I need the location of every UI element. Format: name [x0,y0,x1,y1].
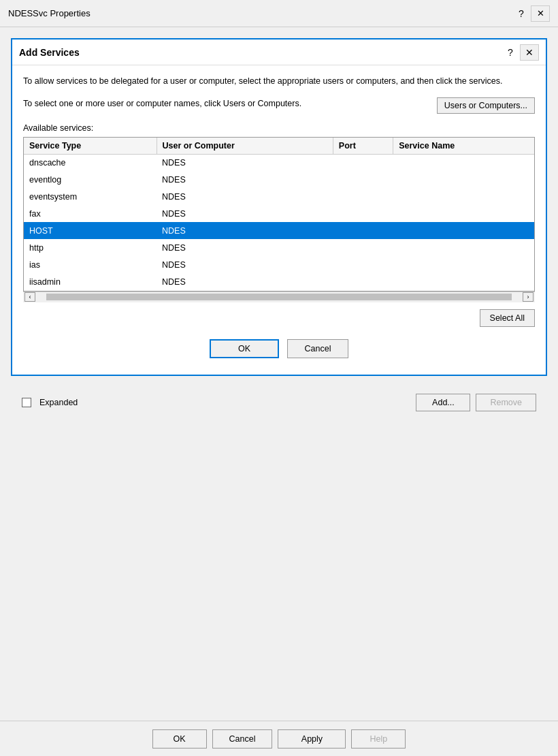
cell-user_or_computer-0: NDES [157,154,333,171]
cell-user_or_computer-4: NDES [157,222,333,239]
col-header-user-or-computer: User or Computer [157,138,333,155]
cell-service_name-3 [393,205,534,222]
cell-user_or_computer-3: NDES [157,205,333,222]
cell-service_name-0 [393,154,534,171]
dialog-close-button[interactable]: ✕ [520,44,539,61]
main-content: Add Services ? ✕ To allow services to be… [0,27,558,721]
cell-service_type-5: http [24,239,157,256]
cell-service_type-7: iisadmin [24,273,157,290]
horizontal-scrollbar[interactable]: ‹ › [23,292,535,302]
outer-window: NDESSvc Properties ? ✕ Add Services ? ✕ … [0,0,558,756]
cell-service_name-1 [393,171,534,188]
services-table-container: Service Type User or Computer Port Servi… [23,137,535,292]
cell-user_or_computer-6: NDES [157,256,333,273]
outer-title-text: NDESSvc Properties [8,8,514,18]
users-computers-button[interactable]: Users or Computers... [437,97,535,114]
add-button[interactable]: Add... [416,394,470,411]
cell-service_name-7 [393,273,534,290]
cell-port-0 [333,154,393,171]
expanded-checkbox[interactable] [22,398,31,407]
dialog-controls: ? ✕ [504,44,539,61]
cell-port-2 [333,188,393,205]
cell-service_name-6 [393,256,534,273]
h-scroll-right-arrow[interactable]: › [523,292,534,302]
table-row[interactable]: iasNDES [24,256,534,273]
cell-service_name-2 [393,188,534,205]
dialog-row-text: To select one or more user or computer n… [23,97,429,110]
bottom-bar: OK Cancel Apply Help [0,721,558,756]
bottom-cancel-button[interactable]: Cancel [212,729,273,749]
dialog-cancel-button[interactable]: Cancel [287,339,348,358]
dialog-title-bar: Add Services ? ✕ [12,40,546,65]
cell-port-7 [333,273,393,290]
dialog-title-text: Add Services [19,47,504,58]
outer-title-bar: NDESSvc Properties ? ✕ [0,0,558,27]
services-table-scroll[interactable]: Service Type User or Computer Port Servi… [24,138,534,291]
col-header-port: Port [333,138,393,155]
table-row[interactable]: iisadminNDES [24,273,534,290]
add-services-dialog: Add Services ? ✕ To allow services to be… [11,38,547,376]
cell-service_name-5 [393,239,534,256]
cell-service_type-2: eventsystem [24,188,157,205]
bottom-apply-button[interactable]: Apply [278,729,346,749]
cell-port-1 [333,171,393,188]
outer-bottom-buttons: Add... Remove [416,394,536,411]
table-row[interactable]: dnscacheNDES [24,154,534,171]
cell-service_type-6: ias [24,256,157,273]
table-row[interactable]: eventlogNDES [24,171,534,188]
services-table: Service Type User or Computer Port Servi… [24,138,534,291]
col-header-service-type: Service Type [24,138,157,155]
table-row[interactable]: eventsystemNDES [24,188,534,205]
cell-user_or_computer-2: NDES [157,188,333,205]
expanded-label: Expanded [39,398,78,407]
outer-bottom-section: Expanded Add... Remove [11,387,547,418]
col-header-service-name: Service Name [393,138,534,155]
bottom-help-button: Help [351,729,406,749]
dialog-help-button[interactable]: ? [504,46,517,59]
outer-help-button[interactable]: ? [514,7,528,20]
dialog-ok-button[interactable]: OK [210,339,279,358]
dialog-actions: Select All [23,309,535,330]
cell-user_or_computer-1: NDES [157,171,333,188]
cell-port-6 [333,256,393,273]
cell-user_or_computer-5: NDES [157,239,333,256]
cell-service_type-0: dnscache [24,154,157,171]
cell-port-3 [333,205,393,222]
cell-service_name-4 [393,222,534,239]
table-row[interactable]: httpNDES [24,239,534,256]
table-header-row: Service Type User or Computer Port Servi… [24,138,534,155]
h-scroll-track[interactable] [46,294,512,300]
dialog-body: To allow services to be delegated for a … [12,65,546,375]
cell-service_type-4: HOST [24,222,157,239]
cell-service_type-1: eventlog [24,171,157,188]
outer-close-button[interactable]: ✕ [531,5,550,22]
cell-port-4 [333,222,393,239]
cell-user_or_computer-7: NDES [157,273,333,290]
dialog-description1: To allow services to be delegated for a … [23,75,535,88]
cell-service_type-3: fax [24,205,157,222]
dialog-row-users: To select one or more user or computer n… [23,97,535,114]
outer-title-controls: ? ✕ [514,5,550,22]
dialog-ok-cancel: OK Cancel [23,339,535,358]
select-all-button[interactable]: Select All [480,309,535,327]
available-services-label: Available services: [23,123,535,133]
bottom-ok-button[interactable]: OK [152,729,207,749]
remove-button: Remove [476,394,536,411]
table-row[interactable]: faxNDES [24,205,534,222]
cell-port-5 [333,239,393,256]
h-scroll-left-arrow[interactable]: ‹ [24,292,35,302]
table-row[interactable]: HOSTNDES [24,222,534,239]
